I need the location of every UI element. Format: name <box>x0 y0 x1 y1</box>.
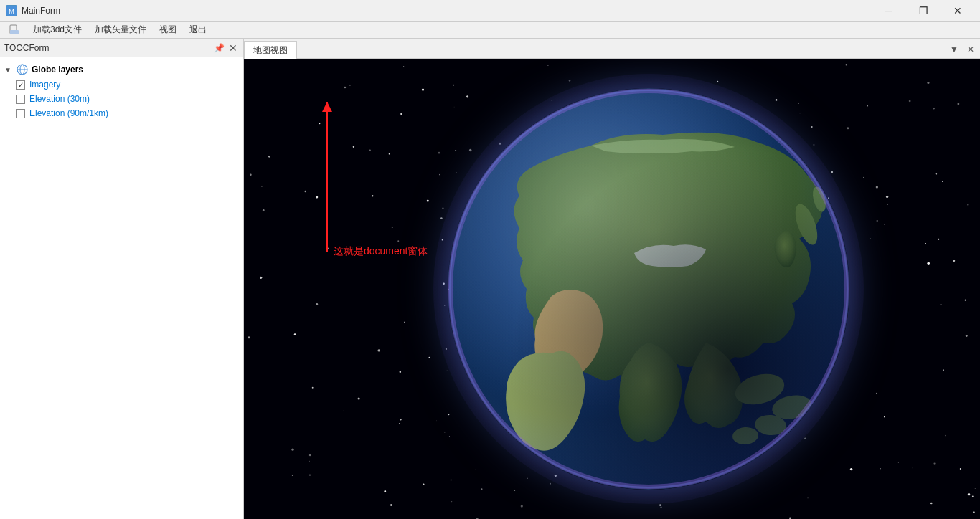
panel-close-button[interactable]: ✕ <box>227 42 239 54</box>
minimize-button[interactable]: ─ <box>872 0 905 22</box>
globe <box>448 88 849 490</box>
menu-file-icon[interactable] <box>3 22 26 38</box>
left-panel: TOOCForm 📌 ✕ ▼ G <box>0 39 244 519</box>
layer-item[interactable]: Elevation (90m/1km) <box>11 106 243 120</box>
title-bar: M MainForm ─ ❐ ✕ <box>0 0 980 22</box>
imagery-label: Imagery <box>29 80 60 90</box>
tab-dropdown-button[interactable]: ▼ <box>947 43 961 56</box>
panel-controls: 📌 ✕ <box>213 42 239 54</box>
annotation-text: 这就是document窗体 <box>334 245 428 258</box>
tab-close-all-button[interactable]: ✕ <box>964 43 977 56</box>
globe-view: 这就是document窗体 <box>244 59 980 519</box>
panel-header: TOOCForm 📌 ✕ <box>0 39 243 57</box>
annotation-arrow <box>326 102 328 252</box>
expand-icon: ▼ <box>4 66 13 74</box>
layer-item[interactable]: Elevation (30m) <box>11 92 243 106</box>
main-layout: TOOCForm 📌 ✕ ▼ G <box>0 39 980 519</box>
menu-load-3dd[interactable]: 加载3dd文件 <box>27 22 88 38</box>
menu-view[interactable]: 视图 <box>154 22 182 38</box>
menu-exit[interactable]: 退出 <box>184 22 212 38</box>
tab-label: 地图视图 <box>253 44 288 57</box>
map-view-tab[interactable]: 地图视图 <box>244 41 297 59</box>
window-title: MainForm <box>22 6 60 16</box>
svg-text:M: M <box>9 8 14 15</box>
panel-title: TOOCForm <box>4 43 49 53</box>
title-bar-controls: ─ ❐ ✕ <box>872 0 974 22</box>
menu-bar: 加载3dd文件 加载矢量文件 视图 退出 <box>0 22 980 39</box>
elevation-30m-checkbox[interactable] <box>16 95 25 104</box>
layer-item[interactable]: Imagery <box>11 77 243 92</box>
layer-group: ▼ Globe layers Ima <box>0 60 243 122</box>
imagery-checkbox[interactable] <box>16 80 25 90</box>
tab-bar: 地图视图 ▼ ✕ <box>244 39 980 59</box>
globe-layer-icon <box>16 64 29 75</box>
right-content: 地图视图 ▼ ✕ 这就是document窗体 <box>244 39 980 519</box>
elevation-90m-checkbox[interactable] <box>16 109 25 118</box>
close-button[interactable]: ✕ <box>941 0 974 22</box>
layer-tree: ▼ Globe layers Ima <box>0 57 243 125</box>
app-icon: M <box>6 5 17 16</box>
globe-container <box>448 88 849 490</box>
layer-group-label: Globe layers <box>32 65 83 75</box>
title-bar-left: M MainForm <box>6 5 60 16</box>
panel-pin-button[interactable]: 📌 <box>213 42 225 54</box>
tab-bar-controls: ▼ ✕ <box>947 40 980 58</box>
elevation-30m-label: Elevation (30m) <box>29 94 90 104</box>
layer-group-header[interactable]: ▼ Globe layers <box>0 62 243 77</box>
globe-svg <box>448 88 849 490</box>
elevation-90m-label: Elevation (90m/1km) <box>29 108 108 118</box>
svg-rect-3 <box>10 30 19 34</box>
menu-load-vector[interactable]: 加载矢量文件 <box>89 22 152 38</box>
restore-button[interactable]: ❐ <box>907 0 940 22</box>
layer-items: Imagery Elevation (30m) Elevation (90m/1… <box>0 77 243 120</box>
